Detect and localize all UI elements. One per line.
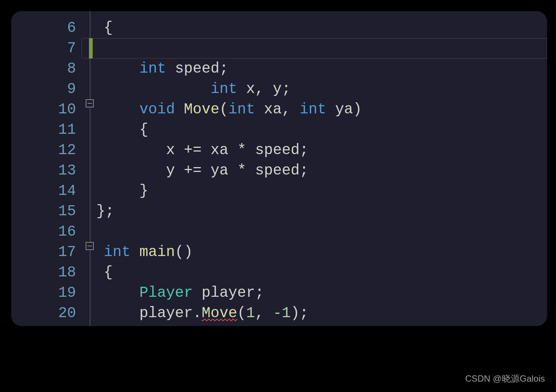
line-number: 7 — [11, 38, 76, 59]
code-line[interactable]: { — [104, 262, 547, 283]
code-line[interactable]: player.Move(1, -1); — [104, 303, 547, 323]
error-squiggle: Move — [202, 305, 237, 322]
code-line[interactable]: { — [104, 120, 547, 140]
line-number: 20 — [11, 303, 76, 323]
line-number: 17 — [11, 242, 76, 262]
line-number: 10 — [11, 99, 76, 120]
watermark: CSDN @晓源Galois — [465, 373, 545, 385]
modified-indicator — [89, 38, 93, 59]
line-number: 9 — [11, 79, 76, 99]
code-line[interactable] — [104, 79, 547, 99]
code-line[interactable]: }; — [104, 201, 547, 222]
code-editor[interactable]: 6 7 8 9 10 11 12 13 14 15 16 17 18 19 20… — [11, 11, 547, 326]
code-line[interactable] — [104, 222, 547, 242]
line-number-gutter: 6 7 8 9 10 11 12 13 14 15 16 17 18 19 20 — [11, 11, 85, 326]
code-line[interactable]: int speed; — [104, 59, 547, 79]
line-number: 14 — [11, 181, 76, 201]
current-line-highlight — [82, 38, 547, 59]
code-line[interactable]: void Move(int xa, int ya) — [104, 99, 547, 120]
code-line[interactable]: x += xa * speed; — [104, 140, 547, 160]
line-number: 18 — [11, 262, 76, 283]
code-line[interactable]: { — [104, 18, 547, 38]
line-number: 13 — [11, 160, 76, 181]
line-number: 15 — [11, 201, 76, 222]
line-number: 8 — [11, 59, 76, 79]
code-line[interactable]: } — [104, 181, 547, 201]
code-line[interactable]: int main() — [104, 242, 547, 262]
line-number: 11 — [11, 120, 76, 140]
line-number: 12 — [11, 140, 76, 160]
code-line[interactable]: Player player; — [104, 283, 547, 303]
line-number: 16 — [11, 222, 76, 242]
line-number: 6 — [11, 18, 76, 38]
fold-toggle-icon[interactable] — [86, 99, 94, 107]
fold-toggle-icon[interactable] — [86, 242, 94, 250]
code-area[interactable]: { int x, y; int speed; void Move(int xa,… — [104, 11, 547, 326]
code-line[interactable]: y += ya * speed; — [104, 160, 547, 181]
line-number: 19 — [11, 283, 76, 303]
code-line-active[interactable]: int x, y; — [104, 38, 547, 59]
